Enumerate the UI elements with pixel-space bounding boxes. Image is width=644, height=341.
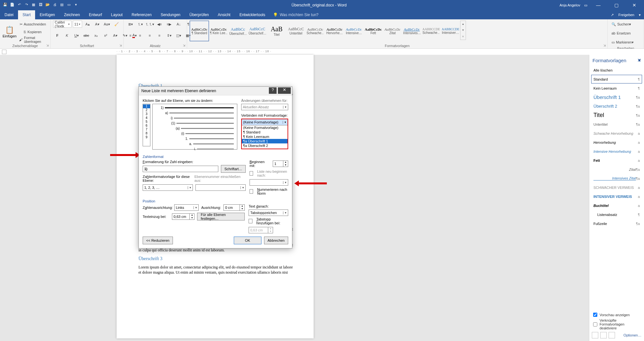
subscript-button[interactable]: x₂ [92, 32, 100, 39]
select-button[interactable]: ▭ Markieren ▾ [610, 39, 635, 46]
styles-pane-item[interactable]: Überschrift 1¶a [591, 93, 642, 102]
level-item[interactable]: 1 [143, 104, 150, 108]
close-button[interactable]: ✕ [627, 3, 641, 8]
align-left-button[interactable]: ≡ [126, 32, 135, 39]
link-style-option[interactable]: ¶a Überschrift 2 [242, 143, 288, 148]
less-button[interactable]: << Reduzieren [143, 237, 173, 244]
styles-pane-item[interactable]: Hervorhebunga [591, 138, 642, 147]
table-icon[interactable]: ▦ [31, 3, 36, 8]
align-combo[interactable]: Links▼ [174, 204, 199, 211]
more-icon[interactable]: ▾ [73, 3, 79, 8]
share-button[interactable]: Freigeben [618, 13, 634, 17]
cancel-button[interactable]: Abbrechen [264, 237, 288, 244]
style-gallery-item[interactable]: AaBbCcDcIntensive… [344, 21, 364, 41]
redo-icon[interactable]: ↷ [24, 3, 29, 8]
style-gallery-more[interactable]: ▲▼≡ [460, 21, 466, 40]
heading-3[interactable]: Überschrift 3 [138, 256, 295, 262]
style-gallery-item[interactable]: AaBbCcDcHervorhe… [325, 21, 344, 41]
paste-button[interactable]: 📋 Einfügen [3, 26, 16, 38]
indent-spinner[interactable]: 0,63 cm▲▼ [172, 213, 195, 220]
level-item[interactable]: 9 [143, 135, 150, 139]
superscript-button[interactable]: x² [101, 32, 110, 39]
styles-pane-item[interactable]: Intensive Hervorhebunga [591, 147, 642, 156]
copy-button[interactable]: ⎘ Kopieren [18, 28, 48, 35]
style-gallery-item[interactable]: AaBbCcCÜberschrif… [248, 21, 267, 41]
styles-pane-item[interactable]: INTENSIVER VERWEISa [591, 192, 642, 201]
level-item[interactable]: 5 [143, 120, 150, 124]
tab-entwurf[interactable]: Entwurf [84, 10, 107, 19]
sort-button[interactable]: A↓ [175, 21, 183, 28]
collapse-ribbon-icon[interactable]: ▾ [639, 13, 641, 17]
undo-icon[interactable]: ↶ [17, 3, 22, 8]
linked-checkbox[interactable]: Verknüpfte Formatvorlagen deaktiviere [592, 318, 641, 330]
tab-file[interactable]: Datei [0, 10, 18, 19]
tab-selector[interactable] [2, 50, 6, 54]
font-button[interactable]: Schriftart… [221, 165, 246, 173]
follow-combo[interactable]: Tabstoppzeichen▼ [249, 209, 288, 216]
styles-pane-item[interactable]: Buchtitela [591, 201, 642, 210]
style-gallery[interactable]: AaBbCcDc¶ StandardAaBbCcDc¶ Kein Lee…AaB… [190, 21, 605, 41]
bullets-button[interactable]: ≣▾ [126, 21, 135, 28]
add-tab-checkbox[interactable] [249, 219, 252, 223]
styles-pane-item[interactable]: Untertitel¶a [591, 120, 642, 129]
new-style-icon[interactable] [592, 332, 598, 338]
style-gallery-item[interactable]: AABBCCDEIntensiver… [441, 21, 460, 41]
open-icon[interactable]: 📂 [45, 3, 50, 8]
tab-überprüfen[interactable]: Überprüfen [185, 10, 213, 19]
grow-font-button[interactable]: A▴ [83, 21, 92, 28]
link-style-option[interactable]: ¶a Überschrift 3 [242, 148, 288, 149]
tab-start[interactable]: Start [18, 10, 35, 19]
new-icon[interactable]: 📄 [10, 3, 15, 8]
dialog-help-button[interactable]: ? [269, 87, 277, 94]
tab-sendungen[interactable]: Sendungen [156, 10, 185, 19]
tab-entwicklertools[interactable]: Entwicklertools [235, 10, 270, 19]
style-gallery-item[interactable]: AaBbCcCUntertitel [286, 21, 306, 41]
level-item[interactable]: 6 [143, 124, 150, 128]
cut-button[interactable]: ✂ Ausschneiden [18, 21, 48, 28]
level-item[interactable]: 2 [143, 108, 150, 112]
preview-checkbox[interactable]: Vorschau anzeigen [592, 312, 641, 318]
dialog-close-button[interactable]: ✕ [278, 87, 291, 94]
tab-referenzen[interactable]: Referenzen [127, 10, 156, 19]
link-style-option[interactable]: (Keine Formatvorlage) [242, 125, 288, 130]
styles-pane-close-icon[interactable]: ✕ [637, 57, 641, 63]
dec-indent-button[interactable]: ◀≡ [155, 21, 164, 28]
number-style-combo[interactable]: 1, 2, 3, …▼ [143, 184, 193, 191]
maximize-button[interactable]: ▢ [609, 3, 623, 8]
numbering-button[interactable]: ⒈▾ [136, 21, 144, 28]
styles-pane-item[interactable]: Zitat¶a [591, 165, 642, 174]
clear-format-button[interactable]: 🧹 [112, 21, 121, 28]
ribbon-options-icon[interactable]: ▭ [584, 3, 587, 7]
level-item[interactable]: 3 [143, 112, 150, 116]
minimize-button[interactable]: — [591, 3, 605, 8]
style-gallery-item[interactable]: AaBbCcDc¶ Kein Lee… [209, 21, 228, 41]
styles-pane-item[interactable]: Standard¶ [591, 75, 642, 83]
styles-dialog-launcher[interactable]: ⇲ [603, 44, 606, 47]
tab-ansicht[interactable]: Ansicht [213, 10, 235, 19]
apply-to-combo[interactable]: Aktuellen Absatz▼ [241, 104, 288, 110]
styles-options-link[interactable]: Optionen… [623, 333, 641, 337]
user-name[interactable]: Anja Angelov [560, 3, 580, 7]
styles-pane-item[interactable]: Intensives Zitat¶a [591, 174, 642, 183]
style-inspector-icon[interactable] [600, 332, 607, 338]
underline-button[interactable]: U▾ [72, 32, 81, 39]
styles-pane-item[interactable]: Fußzeile¶a [591, 219, 642, 228]
tell-me[interactable]: 💡 Was möchten Sie tun? [270, 10, 318, 19]
line-spacing-button[interactable]: ⇕▾ [165, 32, 173, 39]
style-gallery-item[interactable]: AaBTitel [267, 21, 286, 41]
styles-pane-item[interactable]: Überschrift 2¶a [591, 102, 642, 111]
link-style-listbox[interactable]: (Keine Formatvorlage)▼ (Keine Formatvorl… [241, 119, 288, 149]
clipboard-dialog-launcher[interactable]: ⇲ [46, 44, 49, 47]
styles-pane-item[interactable]: Fetta [591, 156, 642, 165]
styles-pane-item[interactable]: Kein Leerraum¶ [591, 84, 642, 93]
style-gallery-item[interactable]: AaBbCcDcFett [364, 21, 383, 41]
manage-styles-icon[interactable] [609, 332, 615, 338]
style-gallery-item[interactable]: AaBbCcÜberschrif… [228, 21, 248, 41]
horizontal-ruler[interactable]: · · 1 · · 2 · · 3 · · 4 · · 5 · · 6 · · … [0, 49, 644, 55]
link-style-option[interactable]: ¶ Standard [242, 130, 288, 134]
styles-pane-item[interactable]: Listenabsatz¶ [591, 210, 642, 219]
level-item[interactable]: 7 [143, 128, 150, 132]
align-right-button[interactable]: ≡ [146, 32, 154, 39]
styles-clear-all[interactable]: Alle löschen [591, 66, 642, 74]
level-list[interactable]: 123456789 [143, 104, 150, 146]
